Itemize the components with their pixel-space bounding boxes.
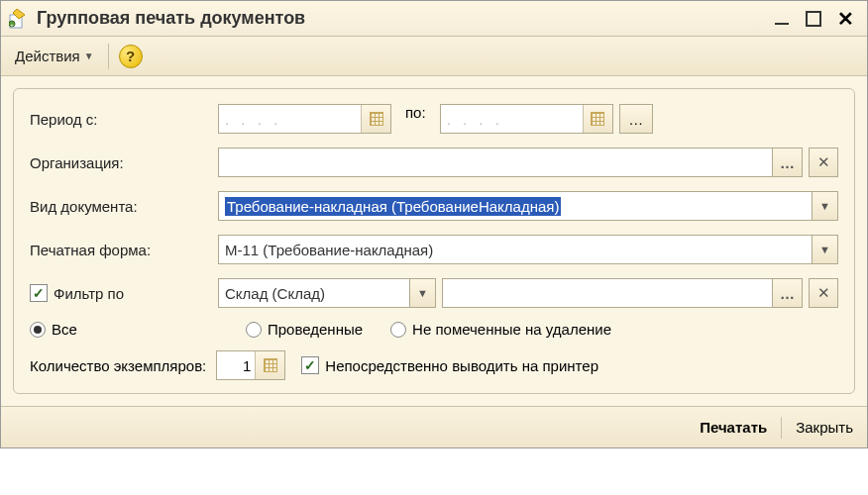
copies-value: 1	[217, 357, 255, 374]
doc-type-value: Требование-накладная (ТребованиеНакладна…	[225, 197, 561, 216]
filter-label: Фильтр по	[54, 285, 124, 302]
direct-print-group: Непосредственно выводить на принтер	[301, 356, 598, 374]
chevron-down-icon: ▼	[84, 50, 94, 61]
doc-type-field: Требование-накладная (ТребованиеНакладна…	[218, 191, 838, 221]
copies-calc-button[interactable]	[255, 351, 284, 379]
content-area: Период с: . . . . по: . . . .	[1, 76, 867, 406]
filter-attr-value: Склад (Склад)	[225, 285, 325, 302]
window-title: Групповая печать документов	[37, 8, 764, 29]
radio-not-marked-item[interactable]: Не помеченные на удаление	[390, 321, 611, 338]
copies-input[interactable]: 1	[216, 350, 285, 380]
direct-print-checkbox[interactable]	[301, 356, 319, 374]
filter-value-select-button[interactable]: …	[772, 279, 802, 307]
calendar-icon	[591, 112, 604, 126]
radio-posted-item[interactable]: Проведенные	[246, 321, 363, 338]
period-to-input[interactable]: . . . .	[440, 104, 613, 134]
row-copies: Количество экземпляров: 1 Непосредственн…	[30, 349, 838, 381]
filter-attr-dropdown-button[interactable]: ▼	[409, 279, 435, 307]
svg-rect-4	[775, 23, 789, 25]
organization-label: Организация:	[30, 154, 218, 171]
period-to-label: по:	[405, 104, 426, 134]
period-to-calendar-button[interactable]	[583, 105, 612, 133]
row-print-form: Печатная форма: М-11 (Требование-накладн…	[30, 234, 838, 265]
print-form-value: М-11 (Требование-накладная)	[225, 242, 433, 258]
organization-clear-button[interactable]: ✕	[809, 148, 838, 177]
maximize-button[interactable]	[800, 8, 827, 30]
print-form-field: М-11 (Требование-накладная) ▼	[218, 235, 838, 264]
footer: Печатать Закрыть	[1, 406, 867, 447]
help-button[interactable]: ?	[119, 45, 143, 68]
filter-value-input[interactable]: …	[442, 278, 803, 308]
print-form-select[interactable]: М-11 (Требование-накладная) ▼	[218, 235, 838, 264]
copies-label: Количество экземпляров:	[30, 357, 206, 374]
filter-attr-select[interactable]: Склад (Склад) ▼	[218, 278, 436, 308]
row-filter: Фильтр по Склад (Склад) ▼ … ✕	[30, 277, 838, 309]
doc-type-dropdown-button[interactable]: ▼	[812, 192, 837, 220]
row-status-filter: Все Проведенные Не помеченные на удалени…	[30, 321, 838, 338]
direct-print-label: Непосредственно выводить на принтер	[325, 357, 598, 374]
radio-not-marked-label: Не помеченные на удаление	[412, 321, 611, 338]
close-button[interactable]: Закрыть	[796, 419, 853, 436]
period-from-input[interactable]: . . . .	[218, 104, 391, 134]
row-organization: Организация: … ✕	[30, 147, 838, 178]
period-from-calendar-button[interactable]	[361, 105, 390, 133]
actions-label: Действия	[15, 48, 80, 64]
print-button[interactable]: Печатать	[700, 419, 767, 436]
radio-all[interactable]	[30, 322, 46, 338]
row-period: Период с: . . . . по: . . . .	[30, 103, 838, 135]
copies-group: Количество экземпляров: 1	[30, 350, 285, 380]
calendar-icon	[370, 112, 383, 126]
close-window-button[interactable]: ✕	[831, 8, 859, 30]
period-from-label: Период с:	[30, 111, 218, 128]
filter-value-clear-button[interactable]: ✕	[809, 278, 838, 308]
svg-rect-5	[807, 12, 820, 26]
footer-separator	[781, 417, 782, 439]
organization-select-button[interactable]: …	[772, 148, 802, 176]
organization-field: … ✕	[218, 148, 838, 177]
period-fields: . . . . по: . . . . …	[218, 104, 653, 134]
actions-menu-button[interactable]: Действия ▼	[11, 46, 98, 66]
filter-label-group: Фильтр по	[30, 284, 218, 302]
doc-type-select[interactable]: Требование-накладная (ТребованиеНакладна…	[218, 191, 838, 221]
filter-checkbox[interactable]	[30, 284, 48, 302]
radio-posted-label: Проведенные	[268, 321, 363, 338]
print-form-dropdown-button[interactable]: ▼	[812, 236, 837, 263]
minimize-button[interactable]	[768, 8, 796, 30]
period-select-button[interactable]: …	[619, 104, 653, 134]
period-to-placeholder: . . . .	[447, 111, 503, 128]
radio-all-label: Все	[52, 321, 77, 338]
toolbar-separator	[108, 44, 109, 69]
window: + Групповая печать документов ✕ Действия…	[0, 0, 868, 448]
organization-input[interactable]: …	[218, 148, 803, 177]
doc-type-label: Вид документа:	[30, 198, 218, 215]
radio-all-item[interactable]: Все	[30, 321, 218, 338]
radio-posted[interactable]	[246, 322, 262, 338]
form-panel: Период с: . . . . по: . . . .	[13, 88, 855, 394]
print-form-label: Печатная форма:	[30, 242, 218, 258]
period-from-placeholder: . . . .	[225, 111, 281, 128]
radio-not-marked[interactable]	[390, 322, 406, 338]
svg-text:+: +	[10, 22, 14, 28]
calculator-icon	[264, 358, 277, 372]
filter-fields: Склад (Склад) ▼ … ✕	[218, 278, 838, 308]
titlebar: + Групповая печать документов ✕	[1, 1, 867, 37]
app-icon: +	[9, 9, 29, 29]
toolbar: Действия ▼ ?	[1, 37, 867, 76]
row-doc-type: Вид документа: Требование-накладная (Тре…	[30, 190, 838, 222]
